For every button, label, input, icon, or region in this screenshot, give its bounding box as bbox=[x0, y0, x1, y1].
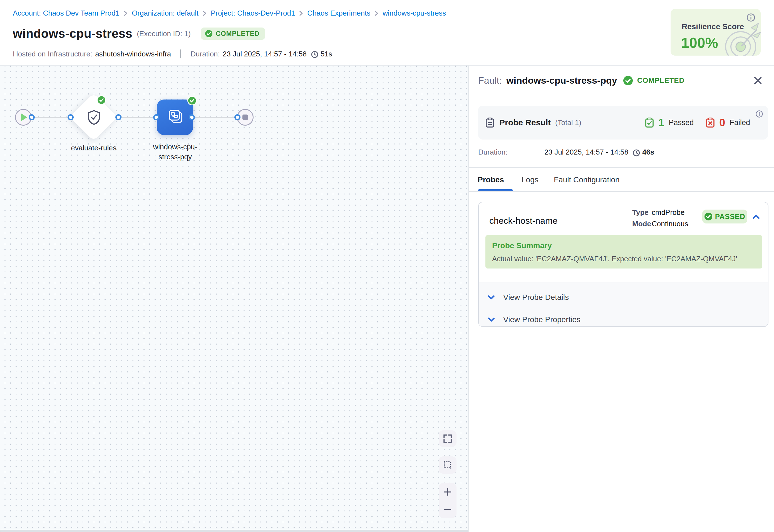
probe-result-stats: 1 Passed 0 Failed bbox=[645, 106, 750, 140]
marquee-select-icon bbox=[443, 461, 452, 469]
chevron-down-icon bbox=[488, 317, 495, 322]
stop-icon bbox=[242, 115, 248, 120]
execution-id: (Execution ID: 1) bbox=[137, 29, 191, 38]
fullscreen-button[interactable] bbox=[439, 430, 457, 447]
info-icon[interactable] bbox=[756, 110, 763, 120]
probe-result-total: (Total 1) bbox=[555, 118, 581, 127]
view-probe-details-label: View Probe Details bbox=[503, 293, 569, 302]
connector-port bbox=[68, 114, 74, 120]
fault-duration-elapsed: 46s bbox=[642, 148, 654, 156]
pipeline-canvas[interactable]: evaluate-rules windows-cpu-stress-pqy bbox=[0, 66, 468, 532]
zoom-controls bbox=[439, 483, 457, 518]
step-label-windows-cpu-stress: windows-cpu-stress-pqy bbox=[148, 142, 202, 162]
step-label-evaluate-rules: evaluate-rules bbox=[60, 143, 127, 153]
close-panel-button[interactable] bbox=[750, 73, 766, 88]
breadcrumb-organization-link[interactable]: Organization: default bbox=[132, 9, 199, 18]
infra-label: Hosted on Infrastructure: bbox=[13, 50, 92, 58]
breadcrumb-current-experiment[interactable]: windows-cpu-stress bbox=[383, 9, 446, 18]
connector-port bbox=[115, 114, 121, 120]
info-icon[interactable] bbox=[747, 13, 755, 24]
pipeline-connector-line bbox=[32, 117, 237, 118]
minus-icon bbox=[443, 505, 452, 514]
probe-status-label: PASSED bbox=[715, 212, 745, 221]
probe-card-footer: View Probe Details View Probe Properties bbox=[479, 282, 768, 327]
breadcrumb-project-link[interactable]: Project: Chaos-Dev-Prod1 bbox=[211, 9, 295, 18]
clipboard-icon bbox=[485, 117, 494, 128]
check-circle-icon bbox=[704, 213, 712, 220]
check-circle-icon bbox=[205, 30, 212, 37]
page-title: windows-cpu-stress bbox=[13, 27, 132, 41]
chevron-right-icon bbox=[123, 11, 128, 16]
step-success-check-icon bbox=[187, 96, 197, 105]
plus-icon bbox=[443, 488, 452, 496]
probe-summary-text: Actual value: 'EC2AMAZ-QMVAF4J'. Expecte… bbox=[492, 255, 756, 263]
breadcrumb-account-link[interactable]: Account: Chaos Dev Team Prod1 bbox=[13, 9, 120, 18]
page-header: Account: Chaos Dev Team Prod1 Organizati… bbox=[0, 0, 774, 66]
probe-type-label: Type bbox=[632, 207, 652, 218]
step-success-check-icon bbox=[97, 95, 106, 105]
connector-port bbox=[234, 114, 240, 120]
zoom-out-button[interactable] bbox=[439, 501, 457, 518]
chevron-right-icon bbox=[374, 11, 379, 16]
duration-label: Duration: bbox=[190, 50, 220, 58]
breadcrumb-chaos-experiments-link[interactable]: Chaos Experiments bbox=[307, 9, 370, 18]
fault-details-panel: Fault: windows-cpu-stress-pqy COMPLETED … bbox=[468, 66, 774, 532]
resilience-score-title: Resilience Score bbox=[682, 22, 744, 31]
shield-check-icon bbox=[87, 110, 101, 125]
probe-name: check-host-name bbox=[489, 216, 557, 226]
probe-result-summary-card: Probe Result (Total 1) 1 Passed 0 Failed bbox=[478, 106, 768, 140]
tab-logs[interactable]: Logs bbox=[517, 168, 543, 192]
clock-icon bbox=[311, 51, 318, 58]
play-icon bbox=[21, 113, 27, 121]
probe-result-row: Probe Result (Total 1) bbox=[485, 106, 581, 140]
check-circle-icon bbox=[623, 76, 633, 85]
passed-count: 1 bbox=[658, 117, 664, 129]
close-icon bbox=[753, 76, 762, 85]
fault-duration-label: Duration: bbox=[478, 148, 544, 156]
collapse-probe-button[interactable] bbox=[750, 212, 762, 222]
view-probe-properties-label: View Probe Properties bbox=[503, 315, 581, 324]
infra-value: ashutosh-windows-infra bbox=[95, 50, 171, 58]
resilience-score-card: Resilience Score 100% bbox=[671, 9, 761, 56]
probe-status-badge: PASSED bbox=[702, 210, 747, 223]
duration-value: 23 Jul 2025, 14:57 - 14:58 bbox=[223, 50, 307, 58]
selection-tool-button[interactable] bbox=[439, 456, 457, 474]
probe-type-value: cmdProbe bbox=[652, 207, 685, 218]
step-windows-cpu-stress-node[interactable] bbox=[157, 100, 193, 135]
probe-summary-box: Probe Summary Actual value: 'EC2AMAZ-QMV… bbox=[485, 235, 762, 269]
zoom-in-button[interactable] bbox=[439, 483, 457, 501]
chevron-right-icon bbox=[299, 11, 303, 16]
view-probe-details-toggle[interactable]: View Probe Details bbox=[488, 289, 569, 306]
chevron-down-icon bbox=[488, 295, 495, 300]
view-probe-properties-toggle[interactable]: View Probe Properties bbox=[488, 311, 581, 327]
probe-type-mode: Type cmdProbe Mode Continuous bbox=[632, 207, 688, 230]
experiment-status-label: COMPLETED bbox=[216, 30, 260, 38]
fullscreen-icon bbox=[443, 434, 452, 443]
chevron-up-icon bbox=[753, 214, 760, 220]
fault-name: windows-cpu-stress-pqy bbox=[506, 75, 617, 86]
clipboard-check-icon bbox=[645, 117, 654, 128]
chaos-experiment-run-page: Account: Chaos Dev Team Prod1 Organizati… bbox=[0, 0, 774, 532]
breadcrumb: Account: Chaos Dev Team Prod1 Organizati… bbox=[13, 9, 446, 18]
tab-probes[interactable]: Probes bbox=[473, 168, 508, 192]
failed-count: 0 bbox=[719, 117, 725, 129]
probe-card-check-host-name: check-host-name Type cmdProbe Mode Conti… bbox=[478, 202, 768, 327]
probe-mode-label: Mode bbox=[632, 218, 652, 230]
chevron-right-icon bbox=[202, 11, 207, 16]
probe-summary-title: Probe Summary bbox=[492, 241, 756, 250]
connector-port bbox=[29, 114, 35, 120]
experiment-status-badge: COMPLETED bbox=[201, 28, 265, 40]
resilience-score-value: 100% bbox=[681, 34, 718, 51]
horizontal-scrollbar[interactable] bbox=[0, 530, 468, 532]
fault-duration-value: 23 Jul 2025, 14:57 - 14:58 bbox=[544, 148, 628, 156]
active-tab-underline bbox=[478, 189, 513, 191]
duration-elapsed: 51s bbox=[321, 50, 332, 58]
failed-label: Failed bbox=[730, 118, 750, 127]
vertical-divider bbox=[180, 49, 181, 58]
fault-status-label: COMPLETED bbox=[637, 76, 684, 85]
connector-port bbox=[153, 114, 159, 120]
fault-duration-row: Duration: 23 Jul 2025, 14:57 - 14:58 46s bbox=[478, 148, 768, 156]
probe-result-title: Probe Result bbox=[499, 118, 551, 127]
tab-fault-configuration[interactable]: Fault Configuration bbox=[549, 168, 624, 192]
fault-cascade-icon bbox=[165, 107, 185, 127]
